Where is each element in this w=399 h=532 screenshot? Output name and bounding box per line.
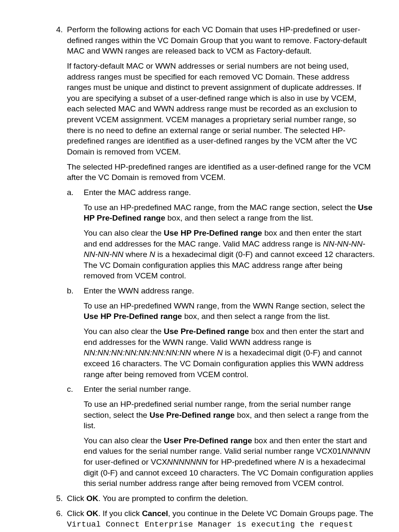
step-number: 4. [50,24,63,35]
step-5-text: Click OK. You are prompted to confirm th… [67,493,376,504]
substep-b-p2: To use an HP-predefined WWN range, from … [84,301,376,322]
numbered-steps: 4. Perform the following actions for eac… [23,24,376,532]
substep-label: c. [67,384,78,395]
step-number: 5. [50,493,63,504]
substep-a-p3: You can also clear the Use HP Pre-Define… [84,228,376,281]
substep-a-p2: To use an HP-predefined MAC range, from … [84,202,376,224]
step-6-text: Click OK. If you click Cancel, you conti… [67,508,376,532]
step-4-detail-2: The selected HP-predefined ranges are id… [67,162,376,183]
substep-a: a. Enter the MAC address range. To use a… [67,187,376,281]
substep-c-p2: To use an HP-predefined serial number ra… [84,399,376,431]
step-4-intro: Perform the following actions for each V… [67,24,376,57]
substep-c-title: Enter the serial number range. [84,384,376,395]
substep-b-title: Enter the WWN address range. [84,285,376,296]
step-4-detail-1: If factory-default MAC or WWN addresses … [67,61,376,157]
step-number: 6. [50,508,63,519]
step-4-substeps: a. Enter the MAC address range. To use a… [67,187,376,489]
substep-label: b. [67,285,78,296]
substep-b-p3: You can also clear the Use Pre-Defined r… [84,326,376,380]
step-6: 6. Click OK. If you click Cancel, you co… [23,508,376,532]
step-4: 4. Perform the following actions for eac… [23,24,376,489]
step-5: 5. Click OK. You are prompted to confirm… [23,493,376,504]
substep-c-p3: You can also clear the User Pre-Defined … [84,435,376,489]
document-page: 4. Perform the following actions for eac… [0,0,399,532]
substep-b: b. Enter the WWN address range. To use a… [67,285,376,380]
substep-label: a. [67,187,78,198]
substep-a-title: Enter the MAC address range. [84,187,376,198]
substep-c: c. Enter the serial number range. To use… [67,384,376,489]
